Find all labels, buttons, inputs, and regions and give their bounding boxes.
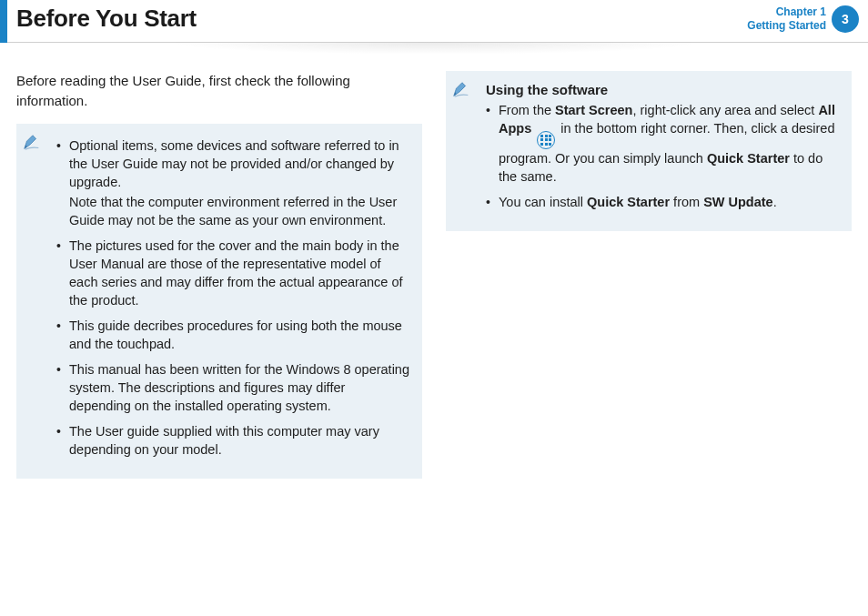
note-box-right: Using the software From the Start Screen… bbox=[446, 71, 852, 231]
chapter-line2: Getting Started bbox=[747, 19, 826, 33]
bullet-text: Optional items, some devices and softwar… bbox=[69, 138, 399, 189]
left-column: Before reading the User Guide, first che… bbox=[16, 71, 422, 479]
intro-paragraph: Before reading the User Guide, first che… bbox=[16, 71, 422, 111]
chapter-line1: Chapter 1 bbox=[747, 5, 826, 19]
list-item: Optional items, some devices and softwar… bbox=[56, 136, 409, 229]
bullet-subtext: Note that the computer environment refer… bbox=[69, 193, 409, 229]
list-item: From the Start Screen, right-click any a… bbox=[486, 101, 839, 186]
bold-text: SW Update bbox=[703, 195, 773, 209]
text-segment: You can install bbox=[499, 195, 587, 209]
left-bullet-list: Optional items, some devices and softwar… bbox=[29, 136, 409, 459]
bold-text: Quick Starter bbox=[707, 151, 790, 166]
bullet-text: The User guide supplied with this comput… bbox=[69, 424, 379, 457]
chapter-label: Chapter 1 Getting Started bbox=[747, 5, 826, 33]
all-apps-icon bbox=[537, 131, 555, 149]
text-segment: . bbox=[773, 195, 777, 209]
pencil-note-icon bbox=[22, 133, 42, 157]
list-item: You can install Quick Starter from SW Up… bbox=[486, 193, 839, 211]
bullet-text: The pictures used for the cover and the … bbox=[69, 238, 402, 308]
header-shadow bbox=[55, 43, 813, 59]
accent-bar bbox=[0, 0, 7, 42]
bullet-text: This manual has been written for the Win… bbox=[69, 362, 409, 413]
text-segment: from bbox=[670, 195, 703, 209]
text-segment: , right-click any area and select bbox=[632, 103, 818, 117]
pencil-note-icon bbox=[451, 80, 471, 104]
right-bullet-list: From the Start Screen, right-click any a… bbox=[459, 101, 839, 211]
text-segment: From the bbox=[499, 103, 555, 117]
list-item: This guide decribes procedures for using… bbox=[56, 317, 409, 353]
right-box-heading: Using the software bbox=[486, 82, 839, 97]
page-title: Before You Start bbox=[16, 5, 197, 33]
bullet-text: This guide decribes procedures for using… bbox=[69, 318, 402, 351]
list-item: This manual has been written for the Win… bbox=[56, 360, 409, 415]
list-item: The User guide supplied with this comput… bbox=[56, 422, 409, 459]
page-number: 3 bbox=[842, 12, 849, 26]
list-item: The pictures used for the cover and the … bbox=[56, 237, 409, 309]
right-column: Using the software From the Start Screen… bbox=[446, 71, 852, 479]
bold-text: Start Screen bbox=[555, 103, 632, 117]
page-number-badge: 3 bbox=[832, 5, 859, 33]
page-header: Before You Start Chapter 1 Getting Start… bbox=[0, 0, 868, 43]
note-box-left: Optional items, some devices and softwar… bbox=[16, 124, 422, 479]
bold-text: Quick Starter bbox=[587, 195, 670, 209]
